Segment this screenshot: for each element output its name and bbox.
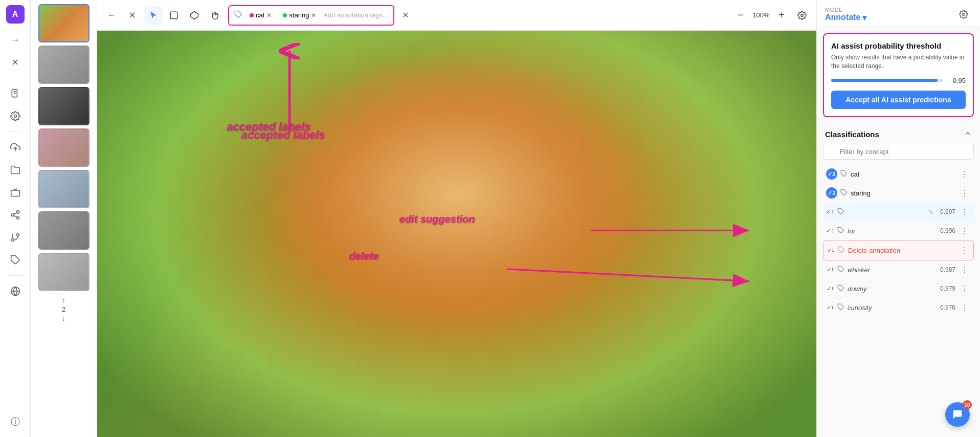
branch-icon[interactable]: [5, 227, 26, 248]
staring-more-button[interactable]: ⋮: [959, 187, 971, 199]
filter-input-container: [823, 144, 974, 160]
classification-row-downy[interactable]: ✓1 downy 0.979 ⋮: [823, 279, 974, 298]
fur-check-small: ✓1: [826, 227, 834, 235]
chat-bubble[interactable]: 10: [945, 402, 970, 427]
forward-icon[interactable]: →: [5, 30, 26, 50]
collapse-classifications-button[interactable]: [964, 129, 972, 140]
cat-concept-label: cat: [851, 170, 955, 178]
cat-label: cat: [256, 11, 264, 19]
delete-more-button[interactable]: ⋮: [958, 245, 970, 256]
settings-sidebar-icon[interactable]: [5, 106, 26, 126]
zoom-in-button[interactable]: +: [773, 7, 790, 24]
probability-row: 0.95: [831, 77, 966, 84]
svg-point-12: [16, 234, 19, 236]
panel-settings-button[interactable]: [955, 6, 972, 23]
main-image: accepted labels accept: [97, 31, 816, 437]
accepted-labels-text: accepted labels: [227, 120, 310, 134]
right-panel: MODE Annotate ▾ AI assist probability th…: [816, 0, 980, 437]
edit-more-button[interactable]: ⋮: [959, 206, 971, 218]
cat-remove[interactable]: ✕: [266, 12, 272, 19]
svg-point-20: [801, 14, 804, 16]
zoom-controls: − 100% +: [732, 7, 790, 24]
upload-icon[interactable]: [5, 137, 26, 158]
hand-tool-button[interactable]: [206, 6, 224, 25]
tag-chip-staring[interactable]: staring ✕: [279, 10, 320, 20]
mode-select[interactable]: Annotate ▾: [825, 13, 866, 23]
tag-input-close-button[interactable]: ✕: [398, 8, 413, 23]
filter-input[interactable]: [823, 144, 974, 160]
whisker-check-small: ✓1: [826, 266, 834, 274]
toolbar-settings-button[interactable]: [794, 7, 810, 24]
thumbnail-4[interactable]: [38, 128, 90, 167]
svg-line-10: [14, 212, 17, 214]
document-icon[interactable]: [5, 83, 26, 104]
share-icon[interactable]: [5, 205, 26, 225]
staring-check-badge: ✓2: [826, 187, 837, 199]
classification-row-cat[interactable]: ✓2 cat ⋮: [823, 165, 974, 184]
svg-point-8: [16, 216, 19, 219]
cat-more-button[interactable]: ⋮: [959, 168, 971, 180]
close-nav-icon[interactable]: ✕: [5, 52, 26, 73]
left-sidebar: A → ✕ ⓘ: [0, 0, 31, 437]
probability-slider-track[interactable]: [831, 79, 943, 82]
integration-icon[interactable]: [5, 281, 26, 301]
svg-line-9: [14, 215, 17, 217]
folder-icon[interactable]: [5, 160, 26, 180]
label-sidebar-icon[interactable]: [5, 250, 26, 270]
accept-all-button[interactable]: Accept all AI assist predictions: [831, 91, 966, 109]
fur-more-button[interactable]: ⋮: [959, 225, 971, 237]
probability-slider-fill: [831, 79, 938, 82]
info-sidebar-icon[interactable]: ⓘ: [5, 411, 26, 432]
thumbnail-6[interactable]: [38, 211, 90, 250]
mode-chevron-icon: ▾: [862, 13, 866, 23]
select-tool-button[interactable]: [144, 6, 163, 25]
delete-text: delete: [349, 250, 378, 262]
main-content: ← ✕ cat ✕: [97, 0, 816, 437]
close-button[interactable]: ✕: [124, 7, 140, 24]
delete-annotation-label: Delete annotation: [848, 247, 955, 254]
plugin-icon[interactable]: [5, 182, 26, 203]
classification-row-curiosity[interactable]: ✓1 curiosity 0.976 ⋮: [823, 298, 974, 317]
tag-input-area[interactable]: cat ✕ staring ✕ Add annotation tags...: [228, 5, 394, 26]
rect-tool-button[interactable]: [165, 6, 183, 25]
thumbnail-2[interactable]: [38, 46, 90, 84]
mode-label: MODE: [825, 7, 866, 13]
classification-row-edit[interactable]: ✓1 ✎ 0.997 ⋮: [823, 203, 974, 222]
classification-row-whisker[interactable]: ✓1 whisker 0.987 ⋮: [823, 260, 974, 279]
polygon-tool-button[interactable]: [185, 6, 204, 25]
whisker-tag-icon: [837, 266, 844, 274]
staring-remove[interactable]: ✕: [311, 12, 316, 19]
classification-list: ✓2 cat ⋮ ✓2 staring ⋮ ✓1: [817, 165, 980, 317]
thumbnail-7[interactable]: [38, 253, 90, 291]
downy-score: 0.979: [937, 285, 955, 292]
downy-more-button[interactable]: ⋮: [959, 283, 971, 295]
classification-row-delete[interactable]: ✓1 Delete annotation ⋮: [823, 241, 974, 260]
probability-value: 0.95: [947, 77, 966, 84]
downy-tag-icon: [837, 285, 844, 293]
zoom-out-button[interactable]: −: [732, 7, 749, 24]
zoom-level: 100%: [751, 11, 771, 19]
curiosity-score: 0.976: [937, 304, 955, 311]
svg-point-7: [11, 214, 14, 216]
divider-1: [8, 78, 23, 78]
mode-value: Annotate: [825, 13, 860, 22]
thumbnail-3[interactable]: [38, 87, 90, 125]
delete-tag-icon: [838, 246, 845, 255]
scroll-up-button[interactable]: ↑: [62, 296, 65, 304]
whisker-more-button[interactable]: ⋮: [959, 264, 971, 276]
classifications-header: Classifications: [817, 123, 980, 144]
classification-row-staring[interactable]: ✓2 staring ⋮: [823, 184, 974, 203]
svg-rect-17: [170, 12, 177, 19]
staring-concept-label: staring: [851, 189, 955, 197]
scroll-down-button[interactable]: ↓: [62, 314, 65, 322]
thumbnail-5[interactable]: [38, 170, 90, 208]
fur-score: 0.996: [937, 227, 955, 234]
ai-assist-description: Only show results that have a probabilit…: [831, 53, 966, 71]
thumbnail-1[interactable]: [38, 4, 90, 42]
staring-dot: [283, 13, 287, 17]
tag-chip-cat[interactable]: cat ✕: [246, 10, 276, 20]
back-button[interactable]: ←: [103, 7, 120, 24]
curiosity-more-button[interactable]: ⋮: [959, 302, 971, 314]
chat-badge: 10: [963, 400, 972, 409]
classification-row-fur[interactable]: ✓1 fur 0.996 ⋮: [823, 222, 974, 241]
